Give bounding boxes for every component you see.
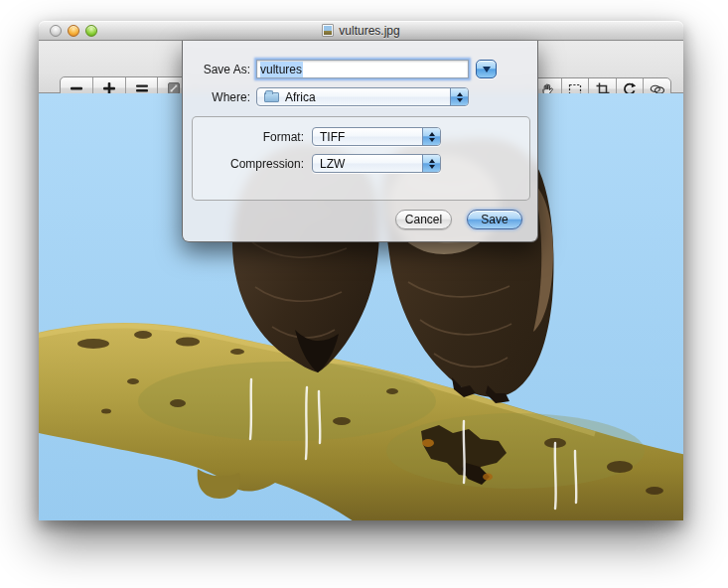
filename-input[interactable]: vultures — [256, 60, 469, 78]
popup-stepper-icon — [422, 128, 440, 145]
format-popup[interactable]: TIFF — [312, 127, 441, 146]
where-label: Where: — [183, 90, 250, 104]
compression-label: Compression: — [183, 157, 304, 171]
window-title: vultures.jpg — [339, 24, 399, 38]
save-sheet-dialog: Save As: vultures Where: Africa Format: … — [182, 41, 538, 242]
titlebar: vultures.jpg — [39, 21, 683, 41]
expand-sheet-button[interactable] — [476, 60, 497, 78]
minimize-button[interactable] — [68, 25, 79, 37]
cancel-button[interactable]: Cancel — [395, 210, 452, 229]
screenshot-stage: vultures.jpg — [0, 0, 728, 588]
popup-stepper-icon — [422, 155, 440, 172]
where-value: Africa — [285, 90, 316, 104]
traffic-lights — [50, 25, 97, 37]
compression-value: LZW — [320, 157, 345, 171]
save-as-label: Save As: — [183, 63, 250, 76]
folder-icon — [264, 92, 279, 102]
where-popup[interactable]: Africa — [256, 87, 469, 106]
popup-stepper-icon — [450, 88, 468, 105]
document-icon — [322, 24, 334, 37]
close-button[interactable] — [50, 25, 62, 37]
compression-popup[interactable]: LZW — [312, 154, 441, 173]
format-label: Format: — [193, 130, 304, 144]
zoom-window-button[interactable] — [85, 25, 97, 37]
filename-selected-text: vultures — [260, 62, 303, 77]
disclosure-down-icon — [483, 67, 491, 73]
save-button[interactable]: Save — [467, 210, 522, 229]
format-value: TIFF — [320, 130, 345, 144]
